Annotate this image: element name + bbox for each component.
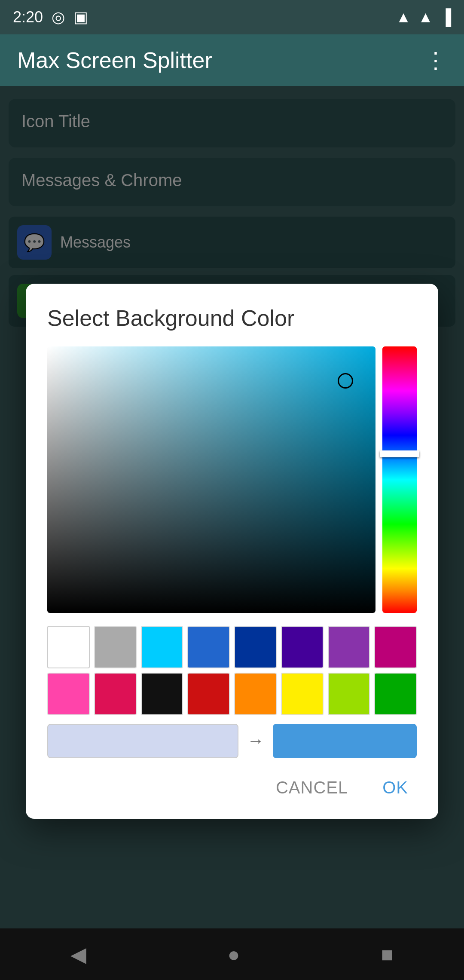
preset-color-11[interactable] — [187, 673, 230, 715]
hue-bar[interactable] — [382, 346, 417, 613]
color-input-row: → — [47, 724, 417, 758]
preset-color-15[interactable] — [374, 673, 417, 715]
preset-color-10[interactable] — [141, 673, 183, 715]
signal-icon: ▲ — [418, 8, 433, 26]
preset-color-9[interactable] — [94, 673, 137, 715]
preset-color-4[interactable] — [234, 626, 277, 668]
color-cursor[interactable] — [338, 373, 353, 389]
arrow-icon: → — [247, 731, 264, 750]
hue-handle[interactable] — [380, 450, 419, 457]
preset-color-1[interactable] — [94, 626, 137, 668]
preset-color-0[interactable] — [47, 626, 90, 668]
status-left: 2:20 ◎ ▣ — [13, 8, 88, 26]
hex-input[interactable] — [47, 724, 238, 758]
preset-color-8[interactable] — [47, 673, 90, 715]
color-gradient-square[interactable] — [47, 346, 375, 613]
dialog-title: Select Background Color — [47, 305, 417, 331]
preset-color-7[interactable] — [374, 626, 417, 668]
preset-color-14[interactable] — [328, 673, 370, 715]
color-picker-dialog: Select Background Color → CANCEL OK — [26, 284, 438, 819]
status-time: 2:20 — [13, 8, 43, 26]
preset-color-6[interactable] — [328, 626, 370, 668]
dialog-buttons: CANCEL OK — [47, 774, 417, 802]
preset-color-2[interactable] — [141, 626, 183, 668]
status-bar: 2:20 ◎ ▣ ▲ ▲ ▐ — [0, 0, 464, 34]
circle-icon: ◎ — [52, 8, 65, 26]
square-icon: ▣ — [73, 8, 88, 26]
bg-content: Icon Title Messages & Chrome 💬 Messages … — [0, 86, 464, 980]
app-bar: Max Screen Splitter ⋮ — [0, 34, 464, 86]
color-preview — [273, 724, 417, 758]
ok-button[interactable]: OK — [374, 774, 417, 802]
cancel-button[interactable]: CANCEL — [267, 774, 357, 802]
wifi-icon: ▲ — [396, 8, 411, 26]
preset-color-13[interactable] — [281, 673, 324, 715]
app-title: Max Screen Splitter — [17, 47, 212, 73]
battery-icon: ▐ — [440, 8, 451, 26]
preset-colors-grid — [47, 626, 417, 715]
preset-color-5[interactable] — [281, 626, 324, 668]
color-picker-area[interactable] — [47, 346, 417, 613]
preset-color-12[interactable] — [234, 673, 277, 715]
preset-color-3[interactable] — [187, 626, 230, 668]
status-right: ▲ ▲ ▐ — [396, 8, 451, 26]
more-options-icon[interactable]: ⋮ — [424, 47, 447, 73]
